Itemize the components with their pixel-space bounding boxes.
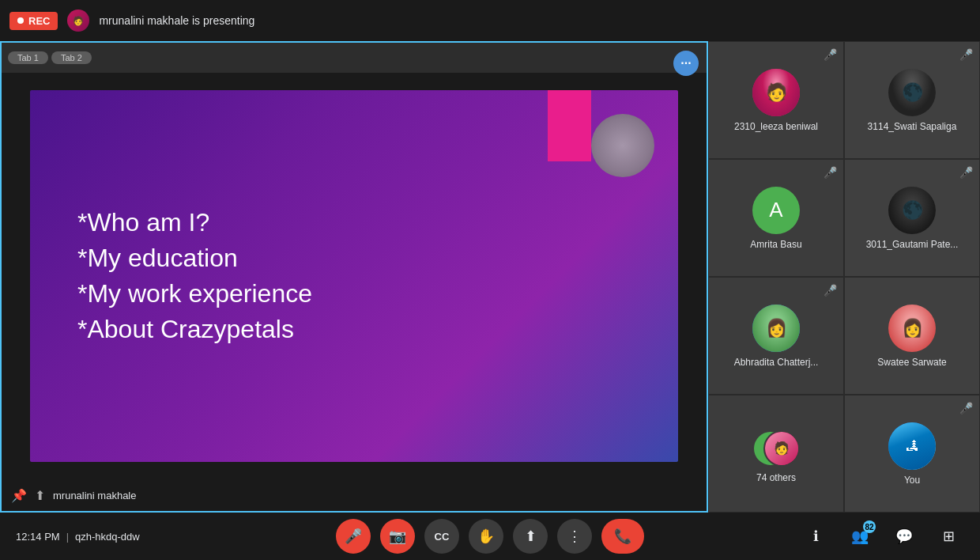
presentation-slide: *Who am I? *My education *My work experi…	[30, 90, 678, 462]
presenter-avatar-icon: 🧑	[73, 16, 84, 26]
end-call-icon: 📞	[614, 528, 631, 545]
slide-decoration-circle	[591, 114, 654, 177]
participant-tile-you[interactable]: 🎤 🏞 You	[844, 395, 980, 513]
amrita-initial: A	[769, 198, 782, 222]
mute-icon-amrita: 🎤	[824, 166, 837, 179]
captions-icon: CC	[435, 531, 450, 543]
participant-name-swatee: Swatee Sarwate	[874, 357, 949, 368]
avatar-abhradita: 👩	[752, 305, 800, 352]
avatar-others-group: k 🧑	[752, 425, 800, 472]
main-content: Tab 1 Tab 2 *Who am I? *My education *My…	[0, 41, 980, 513]
presentation-area: Tab 1 Tab 2 *Who am I? *My education *My…	[0, 41, 708, 513]
meeting-time: 12:14 PM	[16, 531, 60, 543]
avatar-swati: 🌑	[888, 69, 936, 116]
mute-icon-swati: 🎤	[959, 48, 973, 61]
mute-icon-leeza: 🎤	[824, 48, 837, 61]
people-badge: 82	[863, 520, 876, 533]
presenter-avatar: 🧑	[67, 9, 89, 32]
rec-button[interactable]: REC	[9, 12, 58, 30]
slide-container: *Who am I? *My education *My work experi…	[2, 73, 707, 479]
meeting-divider: |	[66, 531, 69, 543]
more-options-button[interactable]: ⋮	[557, 519, 592, 554]
pin-icon[interactable]: 📌	[11, 488, 27, 503]
avatar-gautami: 🌑	[888, 187, 936, 234]
leeza-photo: 🧑	[752, 69, 800, 116]
you-photo: 🏞	[888, 422, 936, 470]
abhradita-photo: 👩	[752, 305, 800, 352]
bottom-controls: 🎤 📷 CC ✋ ⬆ ⋮ 📞	[336, 519, 644, 554]
captions-button[interactable]: CC	[424, 519, 459, 554]
participant-tile-leeza[interactable]: 🎤 🧑 2310_leeza beniwal	[708, 41, 844, 159]
avatar-amrita: A	[752, 187, 800, 234]
participant-name-others: 74 others	[753, 472, 799, 483]
avatar-others-front: 🧑	[763, 430, 800, 467]
mute-icon-abhradita: 🎤	[824, 284, 837, 297]
more-options-icon: ⋮	[567, 528, 582, 545]
activities-button[interactable]: ⊞	[933, 520, 964, 552]
presentation-top-bar: Tab 1 Tab 2	[2, 43, 707, 73]
avatar-swatee: 👩	[888, 305, 936, 352]
fullscreen-icon[interactable]: ⬆	[35, 488, 45, 503]
tab-bar: Tab 1 Tab 2	[8, 51, 92, 64]
share-icon: ⬆	[525, 528, 537, 545]
chat-button[interactable]: 💬	[888, 520, 920, 552]
participant-name-amrita: Amrita Basu	[747, 239, 805, 250]
camera-icon: 📷	[389, 528, 406, 545]
chat-icon: 💬	[895, 528, 913, 545]
meeting-info: 12:14 PM | qzh-hkdq-ddw	[16, 531, 140, 543]
rec-label: REC	[28, 15, 50, 27]
bottom-right-controls: ℹ 👥 82 💬 ⊞	[800, 520, 964, 552]
more-icon: ···	[680, 56, 691, 70]
slide-line-2: *My education	[77, 240, 312, 276]
slide-decoration-pink	[548, 90, 591, 161]
info-icon: ℹ	[813, 528, 819, 545]
camera-button[interactable]: 📷	[380, 519, 415, 554]
activities-icon: ⊞	[943, 528, 955, 545]
rec-dot	[17, 17, 24, 24]
participant-name-abhradita: Abhradita Chatterj...	[731, 357, 822, 368]
participant-tile-swati[interactable]: 🎤 🌑 3114_Swati Sapaliga	[844, 41, 980, 159]
avatar-leeza: 🧑	[752, 69, 800, 116]
gautami-photo: 🌑	[888, 187, 936, 234]
share-button[interactable]: ⬆	[513, 519, 548, 554]
presentation-more-button[interactable]: ···	[673, 51, 699, 76]
tab-pill-1[interactable]: Tab 1	[8, 51, 48, 64]
presentation-footer: 📌 ⬆ mrunalini makhale	[2, 479, 707, 511]
slide-text: *Who am I? *My education *My work experi…	[77, 205, 312, 346]
hand-icon: ✋	[477, 528, 495, 545]
mute-icon-gautami: 🎤	[959, 166, 973, 179]
bottom-bar: 12:14 PM | qzh-hkdq-ddw 🎤 📷 CC ✋ ⬆ ⋮ 📞 ℹ	[0, 513, 980, 560]
participant-name-you: You	[901, 475, 923, 486]
participant-tile-swatee[interactable]: 👩 Swatee Sarwate	[844, 277, 980, 395]
meeting-id: qzh-hkdq-ddw	[75, 531, 140, 543]
participant-tile-amrita[interactable]: 🎤 A Amrita Basu	[708, 159, 844, 277]
mic-icon: 🎤	[345, 528, 362, 545]
participant-tile-gautami[interactable]: 🎤 🌑 3011_Gautami Pate...	[844, 159, 980, 277]
mute-icon-you: 🎤	[959, 402, 973, 414]
people-button[interactable]: 👥 82	[844, 520, 876, 552]
info-button[interactable]: ℹ	[800, 520, 831, 552]
presenter-name-footer: mrunalini makhale	[53, 490, 137, 501]
participant-name-gautami: 3011_Gautami Pate...	[863, 239, 962, 250]
participant-tile-abhradita[interactable]: 🎤 👩 Abhradita Chatterj...	[708, 277, 844, 395]
swatee-photo: 👩	[888, 305, 936, 352]
top-bar: REC 🧑 mrunalini makhale is presenting	[0, 0, 980, 41]
swati-photo: 🌑	[888, 69, 936, 116]
participant-tile-others[interactable]: k 🧑 74 others	[708, 395, 844, 513]
participants-panel: 🎤 🧑 2310_leeza beniwal 🎤 🌑 3114_Swati Sa…	[708, 41, 980, 513]
slide-line-4: *About Crazypetals	[77, 312, 312, 347]
hand-button[interactable]: ✋	[469, 519, 503, 554]
end-call-button[interactable]: 📞	[601, 519, 644, 554]
presenter-text: mrunalini makhale is presenting	[99, 14, 254, 27]
slide-line-1: *Who am I?	[77, 205, 312, 240]
mic-button[interactable]: 🎤	[336, 519, 371, 554]
participant-name-leeza: 2310_leeza beniwal	[731, 121, 821, 132]
participant-name-swati: 3114_Swati Sapaliga	[865, 121, 960, 132]
tab-pill-2[interactable]: Tab 2	[51, 51, 92, 64]
slide-line-3: *My work experience	[77, 276, 312, 312]
avatar-you: 🏞	[888, 422, 936, 470]
